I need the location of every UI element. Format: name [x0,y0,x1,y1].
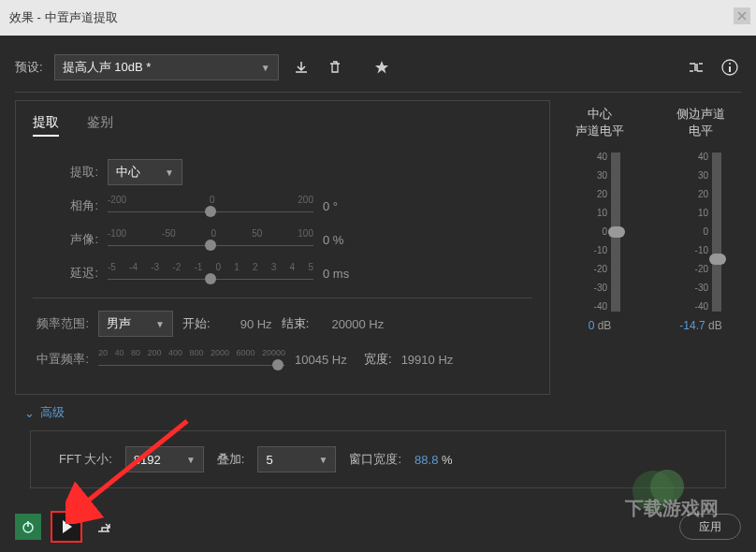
routing-button[interactable] [685,56,707,79]
extract-mode-dropdown[interactable]: 中心 ▼ [108,159,182,185]
svg-rect-2 [729,66,731,72]
freq-range-dropdown[interactable]: 男声 ▼ [98,311,173,337]
footer: 应用 [15,511,741,543]
chevron-down-icon: ▼ [165,167,174,178]
freq-range-label: 频率范围: [33,315,89,332]
center-freq-slider[interactable]: 2040802004008002000600020000 [98,348,285,370]
advanced-toggle[interactable]: ⌄ 高级 [15,395,741,430]
divider [15,92,741,93]
advanced-label: 高级 [40,404,65,421]
end-value[interactable]: 20000 Hz [318,317,384,331]
extract-mode-label: 提取: [33,164,98,181]
side-meter-title: 侧边声道电平 [676,106,725,143]
title-bar: 效果 - 中置声道提取 [0,0,756,36]
overlap-label: 叠加: [217,451,245,468]
overlap-dropdown[interactable]: 5 ▼ [257,446,336,472]
center-freq-value[interactable]: 10045 Hz [295,353,355,367]
fft-label: FFT 大小: [59,451,112,468]
save-preset-button[interactable] [290,56,313,79]
advanced-panel: FFT 大小: 8192 ▼ 叠加: 5 ▼ 窗口宽度: 88.8 % [30,430,726,488]
chevron-down-icon: ▼ [261,63,270,73]
phase-value: 0 ° [323,199,370,213]
delay-value: 0 ms [323,267,370,281]
image-value: 0 % [323,233,370,247]
meters: 中心声道电平 403020100-10-20-30-40 0 dB 侧边声道电平… [560,100,741,395]
export-button[interactable] [92,514,118,540]
chevron-down-icon: ⌄ [24,406,35,420]
play-button[interactable] [51,511,82,543]
winwidth-label: 窗口宽度: [349,451,401,468]
image-label: 声像: [33,231,98,248]
side-meter-slider[interactable]: 403020100-10-20-30-40 [673,153,729,312]
start-label: 开始: [182,315,211,332]
delay-slider[interactable]: -5-4-3-2-1012345 [108,262,313,284]
side-meter-value: -14.7 dB [679,319,721,332]
chevron-down-icon: ▼ [155,319,165,329]
preset-dropdown[interactable]: 提高人声 10dB * ▼ [54,54,279,80]
freq-range-value: 男声 [107,315,131,332]
start-value[interactable]: 90 Hz [220,317,272,331]
close-button[interactable] [734,7,750,24]
center-meter-slider[interactable]: 403020100-10-20-30-40 [572,153,628,312]
power-button[interactable] [15,514,41,540]
favorite-button[interactable] [371,56,393,79]
info-button[interactable] [719,56,741,79]
image-slider[interactable]: -100-50050100 [108,228,313,251]
chevron-down-icon: ▼ [186,455,196,465]
chevron-down-icon: ▼ [319,455,328,465]
width-value[interactable]: 19910 Hz [401,353,461,367]
tabs: 提取 鉴别 [33,114,532,137]
center-freq-label: 中置频率: [33,351,89,368]
center-meter: 中心声道电平 403020100-10-20-30-40 0 dB [560,106,640,395]
preset-value: 提高人声 10dB * [63,59,152,76]
width-label: 宽度: [364,351,392,368]
preset-row: 预设: 提高人声 10dB * ▼ [15,47,741,88]
end-label: 结束: [282,315,310,332]
winwidth-value[interactable]: 88.8 % [414,453,452,467]
divider [33,298,532,298]
center-meter-title: 中心声道电平 [575,106,624,143]
window-title: 效果 - 中置声道提取 [9,9,118,26]
overlap-value: 5 [266,453,272,467]
play-icon [63,520,72,533]
phase-slider[interactable]: -2000200 [108,195,313,217]
phase-label: 相角: [33,197,98,214]
preset-label: 预设: [15,59,43,76]
fft-value: 8192 [134,453,161,467]
extract-mode-value: 中心 [116,164,140,181]
svg-rect-4 [27,521,29,527]
delete-preset-button[interactable] [324,56,346,79]
side-meter: 侧边声道电平 403020100-10-20-30-40 -14.7 dB [661,106,741,395]
apply-button[interactable]: 应用 [679,514,741,540]
center-meter-value: 0 dB [589,319,612,332]
tab-identify[interactable]: 鉴别 [87,114,113,137]
svg-point-1 [729,63,731,65]
tab-extract[interactable]: 提取 [33,114,59,137]
extract-panel: 提取 鉴别 提取: 中心 ▼ 相角: -2000200 0 ° 声像: [15,100,550,395]
fft-dropdown[interactable]: 8192 ▼ [125,446,204,472]
delay-label: 延迟: [33,265,98,282]
